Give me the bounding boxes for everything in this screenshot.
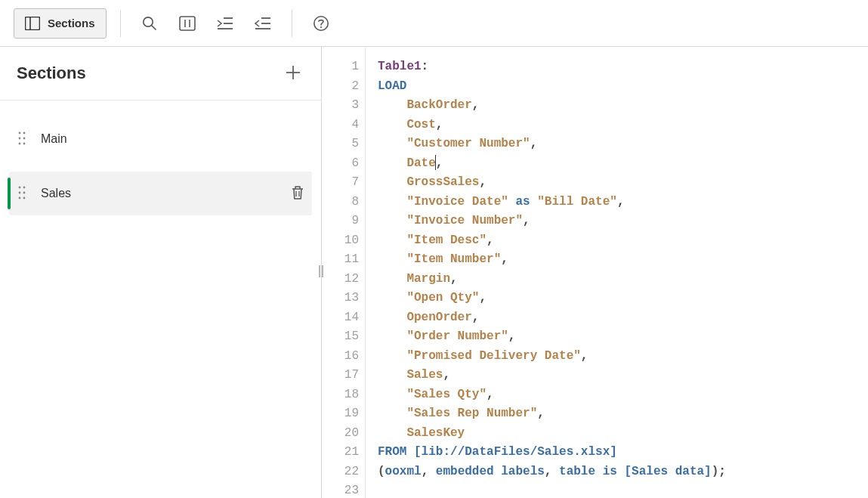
indent-button[interactable] <box>210 8 240 39</box>
code-editor[interactable]: 1234567891011121314151617181920212223 Ta… <box>322 47 868 498</box>
add-section-button[interactable] <box>282 62 304 85</box>
trash-icon <box>291 190 304 203</box>
code-line[interactable]: OpenOrder, <box>378 308 868 328</box>
code-line[interactable]: GrossSales, <box>378 173 868 193</box>
section-list: MainSales <box>0 101 321 226</box>
line-number: 21 <box>322 443 359 462</box>
svg-point-28 <box>23 191 26 193</box>
outdent-icon <box>255 17 271 30</box>
line-number: 16 <box>322 347 359 367</box>
code-line[interactable]: "Invoice Number", <box>378 212 868 231</box>
sidebar: Sections MainSales <box>0 47 322 498</box>
line-number: 11 <box>322 250 359 270</box>
sections-panel-label: Sections <box>48 17 95 29</box>
line-number: 10 <box>322 231 359 251</box>
svg-point-27 <box>19 191 21 193</box>
line-number: 3 <box>322 96 359 116</box>
sidebar-item-main[interactable]: Main <box>9 117 312 161</box>
line-number: 6 <box>322 154 359 174</box>
code-line[interactable]: Table1: <box>378 57 868 77</box>
code-line[interactable]: "Item Desc", <box>378 231 868 251</box>
delete-section-button[interactable] <box>291 185 304 203</box>
sidebar-header: Sections <box>0 47 321 101</box>
line-number: 18 <box>322 385 359 405</box>
search-icon <box>142 16 157 31</box>
code-line[interactable]: "Customer Number", <box>378 135 868 154</box>
svg-point-29 <box>19 196 21 199</box>
comment-icon <box>179 16 196 31</box>
code-line[interactable]: BackOrder, <box>378 96 868 116</box>
line-number: 13 <box>322 289 359 308</box>
code-line[interactable]: LOAD <box>378 77 868 97</box>
code-line[interactable]: (ooxml, embedded labels, table is [Sales… <box>378 462 868 482</box>
grip-icon <box>318 265 324 280</box>
sidebar-item-label: Main <box>41 132 304 146</box>
line-number: 2 <box>322 77 359 97</box>
code-line[interactable]: "Open Qty", <box>378 289 868 308</box>
svg-point-17 <box>19 131 21 134</box>
svg-point-30 <box>23 196 26 199</box>
outdent-button[interactable] <box>248 8 278 39</box>
divider <box>292 10 292 37</box>
code-line[interactable]: Cost, <box>378 116 868 135</box>
panel-icon <box>25 17 40 30</box>
indent-icon <box>217 17 233 30</box>
drag-handle-icon[interactable] <box>18 131 26 147</box>
splitter-handle[interactable] <box>317 266 326 280</box>
svg-line-3 <box>152 26 156 29</box>
toolbar: Sections <box>0 0 868 47</box>
code-line[interactable]: "Item Number", <box>378 250 868 270</box>
code-line[interactable]: FROM [lib://DataFiles/Sales.xlsx] <box>378 443 868 462</box>
svg-point-14 <box>320 26 321 27</box>
sections-panel-button[interactable]: Sections <box>14 8 107 39</box>
line-number: 17 <box>322 366 359 385</box>
line-number: 1 <box>322 57 359 77</box>
line-number: 14 <box>322 308 359 328</box>
line-number: 22 <box>322 462 359 482</box>
svg-point-22 <box>23 142 26 144</box>
line-number: 9 <box>322 212 359 231</box>
help-button[interactable] <box>306 8 336 39</box>
sidebar-title: Sections <box>17 63 86 83</box>
svg-rect-4 <box>180 17 195 30</box>
line-number: 20 <box>322 424 359 444</box>
code-line[interactable]: "Order Number", <box>378 327 868 347</box>
code-line[interactable] <box>378 481 868 498</box>
svg-point-25 <box>19 186 21 188</box>
svg-point-2 <box>143 17 152 26</box>
line-number: 15 <box>322 327 359 347</box>
line-number: 7 <box>322 173 359 193</box>
code-area[interactable]: Table1:LOAD BackOrder, Cost, "Customer N… <box>366 47 868 498</box>
code-line[interactable]: SalesKey <box>378 424 868 444</box>
svg-point-19 <box>19 137 21 139</box>
code-line[interactable]: "Sales Qty", <box>378 385 868 405</box>
line-number: 4 <box>322 116 359 135</box>
svg-point-20 <box>23 137 26 139</box>
svg-point-26 <box>23 186 26 188</box>
sidebar-item-label: Sales <box>41 187 291 200</box>
help-icon <box>313 15 329 32</box>
svg-rect-0 <box>26 17 40 29</box>
main: Sections MainSales 123456789101112131415… <box>0 47 868 498</box>
code-line[interactable]: Date, <box>378 154 868 174</box>
drag-handle-icon[interactable] <box>18 186 26 202</box>
search-button[interactable] <box>134 8 165 39</box>
code-line[interactable]: "Invoice Date" as "Bill Date", <box>378 193 868 212</box>
comment-toggle-button[interactable] <box>172 8 202 39</box>
code-line[interactable]: "Promised Delivery Date", <box>378 347 868 367</box>
line-number: 5 <box>322 135 359 154</box>
code-line[interactable]: Margin, <box>378 270 868 289</box>
code-line[interactable]: "Sales Rep Number", <box>378 404 868 424</box>
plus-icon <box>286 62 301 85</box>
svg-point-21 <box>19 142 21 144</box>
line-number: 19 <box>322 404 359 424</box>
line-gutter: 1234567891011121314151617181920212223 <box>322 47 366 498</box>
line-number: 23 <box>322 481 359 498</box>
sidebar-item-sales[interactable]: Sales <box>9 172 312 215</box>
line-number: 12 <box>322 270 359 289</box>
svg-point-18 <box>23 131 26 134</box>
divider <box>120 10 121 37</box>
code-line[interactable]: Sales, <box>378 366 868 385</box>
line-number: 8 <box>322 193 359 212</box>
